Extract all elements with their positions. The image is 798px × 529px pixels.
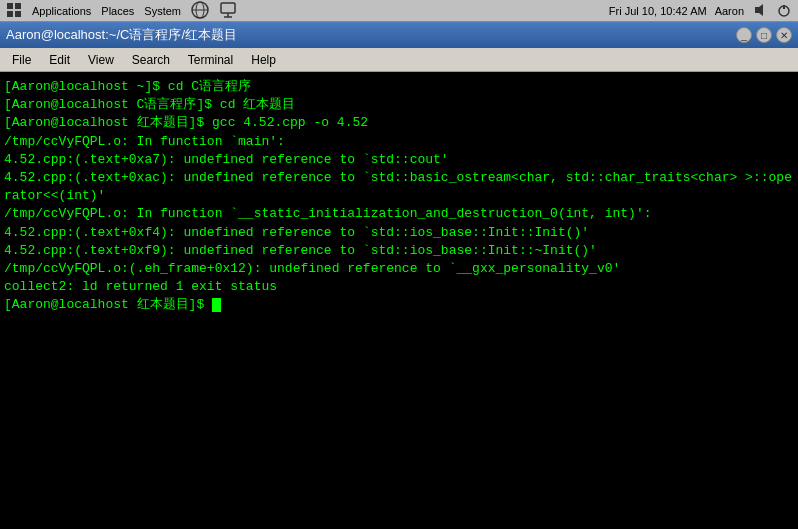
terminal[interactable]: [Aaron@localhost ~]$ cd C语言程序 [Aaron@loc… [0,72,798,529]
system-bar-left: Applications Places System [6,1,237,21]
terminal-line-2: [Aaron@localhost C语言程序]$ cd 红本题目 [4,96,794,114]
terminal-line-3: [Aaron@localhost 红本题目]$ gcc 4.52.cpp -o … [4,114,794,132]
menu-bar: File Edit View Search Terminal Help [0,48,798,72]
terminal-line-11: collect2: ld returned 1 exit status [4,278,794,296]
system-label[interactable]: System [144,5,181,17]
network-icon [219,1,237,21]
applications-label[interactable]: Applications [32,5,91,17]
terminal-line-10: /tmp/ccVyFQPL.o:(.eh_frame+0x12): undefi… [4,260,794,278]
apps-icon [6,2,22,18]
datetime-label: Fri Jul 10, 10:42 AM [609,5,707,17]
terminal-line-1: [Aaron@localhost ~]$ cd C语言程序 [4,78,794,96]
title-bar-buttons: _ □ ✕ [736,27,792,43]
power-icon [776,2,792,20]
svg-rect-2 [7,11,13,17]
svg-rect-3 [15,11,21,17]
terminal-line-7: /tmp/ccVyFQPL.o: In function `__static_i… [4,205,794,223]
terminal-line-5: 4.52.cpp:(.text+0xa7): undefined referen… [4,151,794,169]
menu-view[interactable]: View [80,51,122,69]
user-label: Aaron [715,5,744,17]
places-label[interactable]: Places [101,5,134,17]
cursor [212,298,221,312]
svg-rect-1 [15,3,21,9]
maximize-button[interactable]: □ [756,27,772,43]
menu-search[interactable]: Search [124,51,178,69]
svg-rect-0 [7,3,13,9]
terminal-line-9: 4.52.cpp:(.text+0xf9): undefined referen… [4,242,794,260]
minimize-button[interactable]: _ [736,27,752,43]
apps-menu[interactable] [6,2,22,20]
volume-icon [752,2,768,20]
system-bar-right: Fri Jul 10, 10:42 AM Aaron [609,2,792,20]
menu-terminal[interactable]: Terminal [180,51,241,69]
globe-icon [191,1,209,21]
title-bar-title: Aaron@localhost:~/C语言程序/红本题目 [6,26,237,44]
close-button[interactable]: ✕ [776,27,792,43]
menu-help[interactable]: Help [243,51,284,69]
svg-marker-10 [755,4,763,16]
menu-file[interactable]: File [4,51,39,69]
system-bar: Applications Places System Fri Jul 10, 1… [0,0,798,22]
title-bar: Aaron@localhost:~/C语言程序/红本题目 _ □ ✕ [0,22,798,48]
terminal-prompt-line: [Aaron@localhost 红本题目]$ [4,296,794,314]
terminal-line-6: 4.52.cpp:(.text+0xac): undefined referen… [4,169,794,205]
prompt-text: [Aaron@localhost 红本题目]$ [4,297,212,312]
terminal-line-8: 4.52.cpp:(.text+0xf4): undefined referen… [4,224,794,242]
menu-edit[interactable]: Edit [41,51,78,69]
svg-rect-7 [221,3,235,13]
terminal-line-4: /tmp/ccVyFQPL.o: In function `main': [4,133,794,151]
